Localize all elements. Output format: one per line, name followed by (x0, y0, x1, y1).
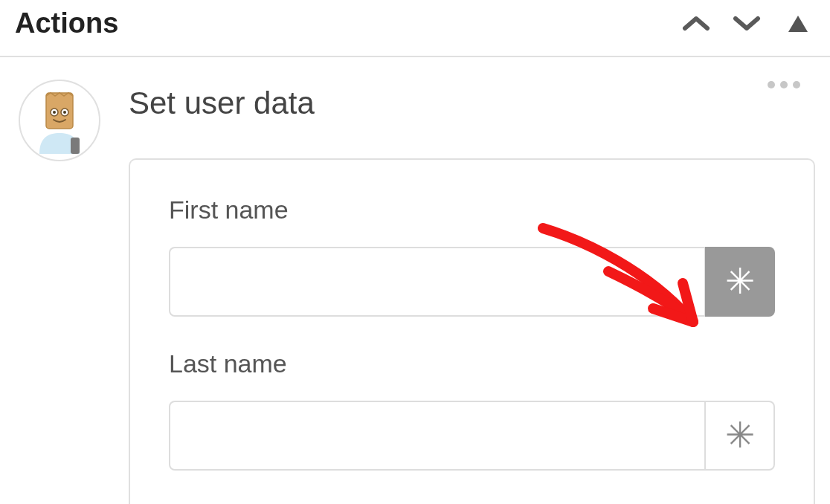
first-name-asterisk-button[interactable]: ✳ (705, 247, 775, 317)
panel-header: Actions (0, 0, 830, 57)
svg-point-4 (53, 111, 56, 114)
last-name-asterisk-button[interactable]: ✳ (705, 401, 775, 471)
first-name-input[interactable] (169, 247, 705, 317)
more-options-icon[interactable] (762, 75, 806, 94)
form-card: First name ✳ Last name ✳ (129, 158, 815, 504)
last-name-label: Last name (169, 349, 775, 378)
field-last-name: Last name ✳ (169, 349, 775, 471)
header-controls (681, 9, 815, 39)
content-area: Set user data First name ✳ Last name ✳ (0, 57, 830, 504)
chevron-down-icon[interactable] (732, 9, 762, 39)
svg-rect-0 (71, 138, 80, 154)
last-name-input[interactable] (169, 401, 705, 471)
field-first-name: First name ✳ (169, 196, 775, 317)
svg-rect-1 (46, 93, 73, 129)
svg-point-5 (63, 111, 66, 114)
first-name-label: First name (169, 196, 775, 224)
panel-title: Actions (15, 7, 118, 39)
avatar (19, 80, 100, 161)
chevron-up-icon[interactable] (681, 9, 711, 39)
avatar-bag-icon (26, 87, 93, 154)
action-title: Set user data (129, 85, 815, 121)
collapse-triangle-icon[interactable] (788, 16, 808, 32)
